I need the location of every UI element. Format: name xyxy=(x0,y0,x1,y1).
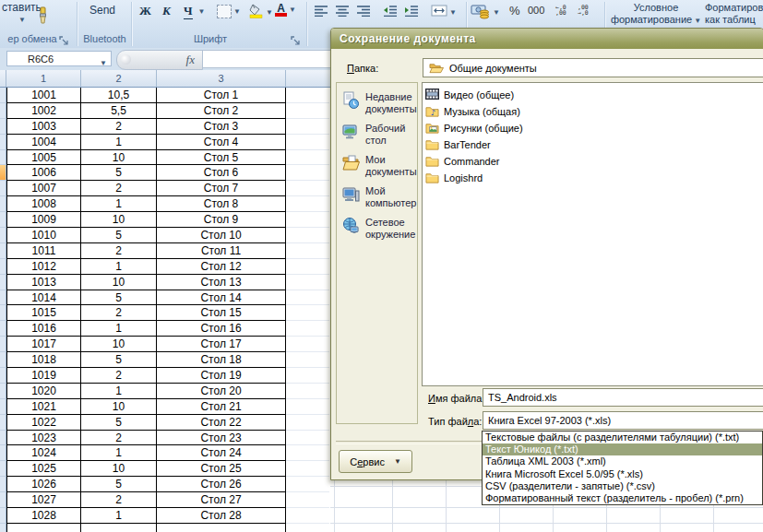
cell-empty[interactable] xyxy=(286,368,329,384)
cell-empty[interactable] xyxy=(286,415,329,431)
row-header[interactable] xyxy=(0,135,6,150)
cell-id[interactable]: 1020 xyxy=(6,384,81,399)
cell-empty[interactable] xyxy=(286,492,329,508)
cell-id[interactable]: 1003 xyxy=(6,119,81,135)
row-header[interactable] xyxy=(0,431,6,446)
row-header[interactable] xyxy=(0,290,6,306)
cell-id[interactable]: 1016 xyxy=(6,321,81,337)
cell-label[interactable]: Стол 17 xyxy=(157,337,286,352)
cell-id[interactable]: 1006 xyxy=(6,165,81,181)
name-box-dropdown-arrow[interactable]: ▼ xyxy=(100,55,107,71)
cell-label[interactable]: Стол 21 xyxy=(157,399,286,415)
cell-label[interactable]: Стол 26 xyxy=(157,477,286,492)
cell-label[interactable]: Стол 18 xyxy=(157,352,286,368)
cell-label[interactable]: Стол 12 xyxy=(157,259,286,275)
cell-value[interactable]: 2 xyxy=(81,243,157,259)
tools-button[interactable]: Сервис ▼ xyxy=(339,450,412,473)
align-center-button[interactable] xyxy=(335,6,350,17)
cell-empty[interactable] xyxy=(286,212,329,228)
row-header[interactable] xyxy=(0,243,6,259)
align-right-button[interactable] xyxy=(356,6,371,17)
cell-empty[interactable] xyxy=(286,181,329,196)
cell-label[interactable]: Стол 20 xyxy=(157,384,286,399)
sidebar-item-recent-documents[interactable]: Недавние документы xyxy=(337,88,417,119)
list-item[interactable]: ♪Музыка (общая) xyxy=(425,103,763,120)
cell-id[interactable]: 1015 xyxy=(6,305,81,321)
cell-id[interactable]: 1018 xyxy=(6,352,81,368)
cell-label[interactable]: Стол 27 xyxy=(157,492,286,508)
cell-label[interactable]: Стол 6 xyxy=(157,165,286,181)
list-item[interactable]: Commander xyxy=(425,153,763,170)
column-header[interactable]: 3 xyxy=(157,70,286,87)
row-header[interactable] xyxy=(0,150,6,166)
row-header[interactable] xyxy=(0,321,6,337)
increase-indent-button[interactable] xyxy=(404,6,419,17)
cell-label[interactable]: Стол 25 xyxy=(157,461,286,477)
cell-empty[interactable] xyxy=(286,524,329,532)
cell-label[interactable]: Стол 16 xyxy=(157,321,286,337)
list-item[interactable]: Logishrd xyxy=(425,170,763,186)
cell-id[interactable]: 1010 xyxy=(6,228,81,243)
cell-id[interactable]: 1028 xyxy=(6,508,81,524)
row-header[interactable] xyxy=(0,461,6,477)
number-format-dropdown-arrow[interactable]: ▼ xyxy=(493,8,500,17)
cell-label[interactable]: Стол 4 xyxy=(157,135,286,150)
sidebar-item-my-computer[interactable]: Мой компьютер xyxy=(337,182,417,213)
row-header[interactable] xyxy=(0,508,6,524)
list-item[interactable]: Рисунки (общие) xyxy=(425,120,763,136)
row-header[interactable] xyxy=(0,259,6,275)
clipboard-dialog-launcher-icon[interactable] xyxy=(59,33,70,44)
cell-id[interactable]: 1014 xyxy=(6,290,81,306)
cell-value[interactable]: 5 xyxy=(81,290,157,306)
cell-empty[interactable] xyxy=(286,119,329,135)
cell-value[interactable]: 2 xyxy=(81,368,157,384)
row-header[interactable] xyxy=(0,228,6,243)
cell-empty[interactable] xyxy=(286,150,329,166)
cell-label[interactable]: Стол 10 xyxy=(157,228,286,243)
cell-empty[interactable] xyxy=(286,135,329,150)
row-header[interactable] xyxy=(0,88,6,103)
cell-value[interactable]: 5 xyxy=(81,228,157,243)
cell-id[interactable]: 1027 xyxy=(6,492,81,508)
cell-value[interactable]: 10 xyxy=(81,150,157,166)
cell-value[interactable]: 1 xyxy=(81,259,157,275)
file-list[interactable]: Видео (общее)♪Музыка (общая)Рисунки (общ… xyxy=(422,82,763,386)
decrease-indent-button[interactable] xyxy=(383,6,398,17)
cell-id[interactable]: 1004 xyxy=(6,135,81,150)
cell-value[interactable]: 1 xyxy=(81,508,157,524)
row-header[interactable] xyxy=(0,103,6,119)
cell-id[interactable]: 1007 xyxy=(6,181,81,196)
increase-decimal-button[interactable]: ←,0,00 xyxy=(555,5,566,16)
cell-label[interactable]: Стол 1 xyxy=(157,88,286,103)
cell-value[interactable]: 10 xyxy=(81,212,157,228)
row-header[interactable] xyxy=(0,275,6,290)
row-header[interactable] xyxy=(0,337,6,352)
row-header[interactable] xyxy=(0,196,6,212)
cell-empty[interactable] xyxy=(286,259,329,275)
comma-style-button[interactable]: 000 xyxy=(528,5,544,16)
row-header[interactable] xyxy=(0,492,6,508)
cell-empty[interactable] xyxy=(286,399,329,415)
format-as-table-button[interactable]: Форматиров как таблиц xyxy=(705,2,763,26)
cell-value[interactable]: 1 xyxy=(81,196,157,212)
cell-value[interactable]: 10 xyxy=(81,399,157,415)
row-header[interactable] xyxy=(0,305,6,321)
cell-empty[interactable] xyxy=(286,103,329,119)
file-name-input[interactable]: TS_Android.xls xyxy=(483,388,763,407)
paste-dropdown-arrow[interactable]: ▼ xyxy=(18,16,26,24)
cell-empty[interactable] xyxy=(286,384,329,399)
row-header[interactable] xyxy=(0,212,6,228)
cell-empty[interactable] xyxy=(286,275,329,290)
cell-value[interactable]: 1 xyxy=(81,135,157,150)
cell-value[interactable]: 10,5 xyxy=(81,88,157,103)
file-type-option[interactable]: Форматированный текст (разделитель - про… xyxy=(483,492,762,504)
cell-value[interactable]: 10 xyxy=(81,461,157,477)
send-button[interactable]: Send xyxy=(89,4,115,17)
list-item[interactable]: Видео (общее) xyxy=(425,87,763,103)
cell-id[interactable]: 1019 xyxy=(6,368,81,384)
italic-button[interactable]: К xyxy=(162,4,171,18)
fill-color-dropdown-arrow[interactable]: ▼ xyxy=(266,8,273,17)
cell-label[interactable]: Стол 5 xyxy=(157,150,286,166)
cell-empty[interactable] xyxy=(286,352,329,368)
cell-id[interactable]: 1001 xyxy=(6,88,81,103)
